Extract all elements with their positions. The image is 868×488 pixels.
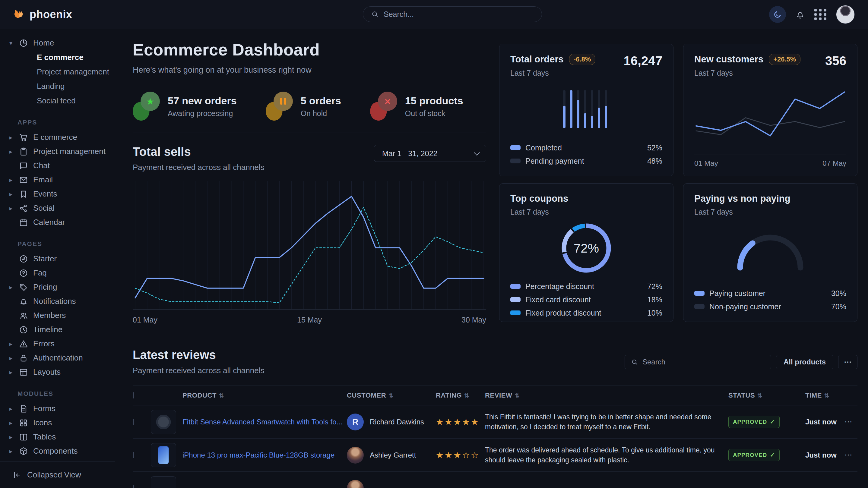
grid-icon xyxy=(814,9,827,20)
notifications-button[interactable] xyxy=(795,9,805,20)
sidebar-item-faq[interactable]: Faq xyxy=(0,266,112,280)
total-sells-chart: 01 May15 May30 May xyxy=(133,180,486,324)
sidebar-item-icons[interactable]: ▸Icons xyxy=(0,416,112,430)
sidebar-item-components[interactable]: ▸Components xyxy=(0,444,112,458)
sidebar-item-project-management[interactable]: ▸Project management xyxy=(0,144,112,159)
column-header-status[interactable]: STATUS⇅ xyxy=(728,392,805,399)
sidebar-item-label: Home xyxy=(33,38,54,47)
reviews-search[interactable] xyxy=(625,355,771,369)
stat-subtitle: Out of stock xyxy=(405,109,463,118)
column-header-review[interactable]: REVIEW⇅ xyxy=(485,392,728,399)
column-header-customer[interactable]: CUSTOMER⇅ xyxy=(347,392,436,399)
product-link[interactable] xyxy=(183,484,191,488)
sidebar-item-pricing[interactable]: ▸Pricing xyxy=(0,280,112,294)
reviews-table: PRODUCT⇅CUSTOMER⇅RATING⇅REVIEW⇅STATUS⇅TI… xyxy=(133,386,858,488)
legend-label: Pending payment xyxy=(525,157,584,165)
product-link[interactable]: iPhone 13 pro max-Pacific Blue-128GB sto… xyxy=(183,451,343,459)
row-checkbox[interactable] xyxy=(133,485,134,488)
review-time: Just now xyxy=(805,451,837,459)
sidebar-item-label: Timeline xyxy=(33,325,62,334)
stats-divider xyxy=(133,133,486,133)
legend-swatch xyxy=(510,284,521,289)
global-search[interactable] xyxy=(363,6,542,22)
product-thumbnail[interactable] xyxy=(151,476,176,488)
collapsed-view-button[interactable]: Collapsed View xyxy=(0,461,115,488)
date-range-select[interactable]: Mar 1 - 31, 2022 xyxy=(374,145,486,162)
product-link[interactable]: Fitbit Sense Advanced Smartwatch with To… xyxy=(183,418,351,426)
theme-toggle-button[interactable] xyxy=(769,6,786,23)
trend-badge: -6.8% xyxy=(569,54,595,65)
caret-right-icon: ▸ xyxy=(8,419,14,426)
sidebar-item-tables[interactable]: ▸Tables xyxy=(0,430,112,444)
new-customers-value: 356 xyxy=(825,54,846,68)
sidebar-item-authentication[interactable]: ▸Authentication xyxy=(0,351,112,365)
sidebar-item-project-management[interactable]: Project management xyxy=(0,65,112,79)
column-header-rating[interactable]: RATING⇅ xyxy=(436,392,485,399)
legend-swatch xyxy=(510,159,521,163)
sidebar-item-e-commerce[interactable]: ▸E commerce xyxy=(0,130,112,144)
customer-avatar xyxy=(347,480,364,488)
chevron-down-icon xyxy=(474,150,480,156)
reviews-search-input[interactable] xyxy=(642,358,765,366)
legend-swatch xyxy=(694,304,705,309)
sidebar-item-forms[interactable]: ▸Forms xyxy=(0,401,112,416)
card-title: Total orders xyxy=(510,54,564,65)
sidebar-item-landing[interactable]: Landing xyxy=(0,79,112,93)
all-products-button[interactable]: All products xyxy=(776,355,833,369)
column-header-product[interactable]: PRODUCT⇅ xyxy=(183,392,347,399)
sidebar-section-pages: PAGES xyxy=(18,240,112,248)
top-coupons-card: Top coupons Last 7 days 72% Percentage d… xyxy=(499,183,674,322)
total-orders-value: 16,247 xyxy=(624,54,662,68)
sidebar-item-notifications[interactable]: Notifications xyxy=(0,294,112,308)
sidebar-item-email[interactable]: ▸Email xyxy=(0,173,112,187)
row-more-button[interactable]: ⋯ xyxy=(844,417,852,426)
page-title: Ecommerce Dashboard xyxy=(133,40,486,59)
sidebar-item-calendar[interactable]: Calendar xyxy=(0,215,112,229)
row-checkbox[interactable] xyxy=(133,419,134,425)
sidebar-item-social[interactable]: ▸Social xyxy=(0,201,112,215)
sidebar-item-label: E commerce xyxy=(33,133,77,142)
row-more-button[interactable]: ⋯ xyxy=(844,450,852,459)
brand[interactable]: phoenix xyxy=(12,8,72,21)
sidebar-item-label: Members xyxy=(33,311,66,320)
more-options-button[interactable]: ⋯ xyxy=(838,355,858,369)
legend-value: 52% xyxy=(647,143,662,152)
sidebar-item-chat[interactable]: Chat xyxy=(0,159,112,173)
sidebar-item-home[interactable]: ▾Home xyxy=(0,36,112,50)
user-avatar[interactable] xyxy=(836,5,855,24)
apps-menu-button[interactable] xyxy=(814,9,827,20)
product-thumbnail[interactable] xyxy=(151,410,176,434)
sidebar-item-errors[interactable]: ▸Errors xyxy=(0,337,112,351)
total-orders-legend: Completed52%Pending payment48% xyxy=(510,141,662,168)
x-tick-label: 07 May xyxy=(823,159,846,168)
search-icon xyxy=(371,10,379,18)
moon-icon xyxy=(773,10,782,19)
sidebar-item-members[interactable]: Members xyxy=(0,308,112,323)
product-thumbnail[interactable] xyxy=(151,443,176,467)
stat-5-orders: 5 ordersOn hold xyxy=(266,92,341,121)
x-tick-label: 15 May xyxy=(297,316,322,324)
sidebar-item-layouts[interactable]: ▸Layouts xyxy=(0,365,112,379)
sidebar-item-starter[interactable]: Starter xyxy=(0,252,112,266)
sidebar-item-e-commerce[interactable]: E commerce xyxy=(0,50,112,65)
top-navbar: phoenix xyxy=(0,0,868,29)
star-icon: ★ xyxy=(133,92,160,121)
sidebar-section-modules: MODULES xyxy=(18,390,112,397)
sidebar-item-label: Project management xyxy=(33,147,105,156)
collapse-icon xyxy=(12,470,21,480)
caret-right-icon: ▸ xyxy=(8,191,14,198)
sidebar-item-timeline[interactable]: Timeline xyxy=(0,323,112,337)
column-header-time[interactable]: TIME⇅ xyxy=(805,392,844,399)
bell-icon xyxy=(795,9,805,20)
check-icon: ✓ xyxy=(770,418,775,425)
stat-subtitle: On hold xyxy=(301,109,341,118)
global-search-input[interactable] xyxy=(384,10,534,19)
select-all-checkbox[interactable] xyxy=(133,392,134,398)
sidebar-item-label: Starter xyxy=(33,254,57,263)
card-period: Last 7 days xyxy=(510,208,568,217)
sidebar-item-social-feed[interactable]: Social feed xyxy=(0,93,112,108)
sidebar-item-label: Events xyxy=(33,189,57,199)
top-coupons-legend: Percentage discount72%Fixed card discoun… xyxy=(510,280,662,320)
row-checkbox[interactable] xyxy=(133,452,134,458)
sidebar-item-events[interactable]: ▸Events xyxy=(0,187,112,201)
